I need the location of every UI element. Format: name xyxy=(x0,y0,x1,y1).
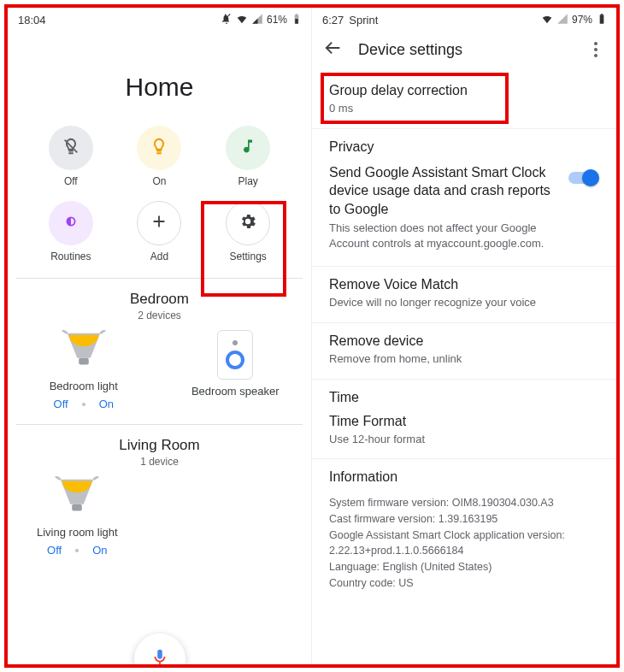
home-screen: 18:04 61% Home xyxy=(8,8,312,664)
mic-icon xyxy=(150,648,169,664)
battery-icon xyxy=(596,13,608,27)
info-line: Google Assistant Smart Clock application… xyxy=(329,528,599,544)
device-bedroom-speaker[interactable]: Bedroom speaker xyxy=(160,330,312,410)
action-grid: Off On Play Routines xyxy=(8,126,311,278)
remove-voice-match[interactable]: Remove Voice Match Device will no longer… xyxy=(312,267,616,323)
info-line: System firmware version: OIM8.190304.030… xyxy=(329,495,599,511)
room-bedroom-header[interactable]: Bedroom 2 devices xyxy=(8,279,311,323)
mic-fab[interactable] xyxy=(134,634,185,664)
device-bedroom-light[interactable]: Bedroom light Off On xyxy=(8,330,160,410)
dnd-icon xyxy=(221,13,233,27)
speaker-icon xyxy=(217,330,253,380)
privacy-switch[interactable] xyxy=(568,172,599,184)
svg-rect-1 xyxy=(79,358,89,365)
off-button[interactable]: Off xyxy=(54,398,68,410)
privacy-section: Privacy Send Google Assistant Smart Cloc… xyxy=(312,129,616,268)
signal-icon xyxy=(556,13,568,27)
off-button[interactable]: Off xyxy=(47,544,62,557)
action-settings[interactable]: Settings xyxy=(214,201,282,262)
info-line: 2.22.13+prod.1.1.0.5666184 xyxy=(329,543,599,559)
action-on[interactable]: On xyxy=(125,126,193,187)
status-bar-left: 18:04 61% xyxy=(8,8,311,30)
back-icon[interactable] xyxy=(324,38,343,61)
wifi-icon xyxy=(541,13,553,27)
separator-dot xyxy=(82,403,85,406)
gear-icon xyxy=(238,212,257,234)
battery-percent: 61% xyxy=(267,14,287,26)
info-line: Country code: US xyxy=(329,575,599,592)
action-off[interactable]: Off xyxy=(37,126,105,187)
signal-icon xyxy=(251,13,263,27)
info-line: Cast firmware version: 1.39.163195 xyxy=(329,511,599,528)
page-title: Home xyxy=(8,73,311,102)
room-living-header[interactable]: Living Room 1 device xyxy=(8,425,311,469)
routines-icon xyxy=(62,212,80,234)
status-time: 6:27 xyxy=(322,14,344,27)
more-icon[interactable] xyxy=(587,42,604,57)
action-play[interactable]: Play xyxy=(214,126,282,187)
status-carrier: Sprint xyxy=(349,14,378,27)
on-button[interactable]: On xyxy=(99,398,114,410)
battery-icon xyxy=(291,13,303,27)
battery-percent: 97% xyxy=(572,14,592,26)
on-button[interactable]: On xyxy=(92,544,107,557)
status-time: 18:04 xyxy=(18,14,46,27)
svg-rect-2 xyxy=(73,504,83,511)
status-bar-right: 6:27 Sprint 97% xyxy=(312,8,616,30)
wifi-icon xyxy=(236,13,248,27)
device-living-light[interactable]: Living room light Off On xyxy=(37,476,118,557)
action-add[interactable]: Add xyxy=(125,201,193,262)
info-line: Language: English (United States) xyxy=(329,559,599,575)
device-settings-screen: 6:27 Sprint 97% Device settings xyxy=(312,8,616,664)
lightbulb-on-icon xyxy=(150,137,168,159)
settings-header: Device settings xyxy=(312,30,616,73)
time-section[interactable]: Time Time Format Use 12-hour format xyxy=(312,380,616,460)
remove-device[interactable]: Remove device Remove from home, unlink xyxy=(312,323,616,380)
group-delay-setting[interactable]: Group delay correction 0 ms xyxy=(312,73,616,129)
bulb-icon xyxy=(59,330,109,374)
plus-icon xyxy=(150,212,168,234)
lightbulb-off-icon xyxy=(62,137,80,159)
privacy-toggle-row[interactable]: Send Google Assistant Smart Clock device… xyxy=(329,163,599,251)
svg-rect-4 xyxy=(601,14,603,15)
separator-dot xyxy=(75,549,79,552)
music-note-icon xyxy=(239,138,256,158)
action-routines[interactable]: Routines xyxy=(37,201,105,262)
bulb-icon xyxy=(52,476,102,521)
svg-rect-3 xyxy=(600,15,604,23)
information-section: Information System firmware version: OIM… xyxy=(312,459,616,604)
